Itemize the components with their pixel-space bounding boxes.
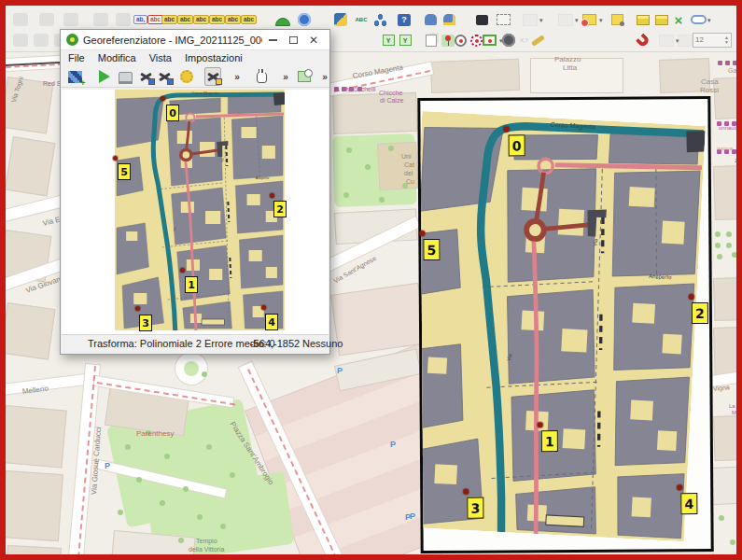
new-map-view-button[interactable] [475, 12, 488, 27]
gcp-dot-2[interactable] [270, 193, 274, 198]
gcp-dot-1[interactable] [538, 422, 543, 427]
new-3d-view-button[interactable] [655, 12, 668, 27]
metasearch-button[interactable] [275, 12, 290, 27]
add-point-button[interactable] [204, 67, 221, 86]
label-blue-button[interactable]: ab, [133, 12, 147, 27]
label-button-6[interactable]: abc [241, 12, 257, 27]
gcp-dot-4[interactable] [677, 484, 682, 490]
label-button-1[interactable]: abc [161, 12, 177, 27]
web-map-button[interactable] [502, 33, 515, 48]
transformation-settings-button[interactable] [178, 67, 195, 86]
dropdown-arrow-icon[interactable]: ▾ [539, 17, 543, 24]
gcp-dot-4[interactable] [261, 305, 266, 310]
maximize-button[interactable] [283, 33, 303, 48]
edit-tool-button-1[interactable] [13, 33, 28, 48]
select-region-button[interactable] [497, 12, 511, 27]
menu-item-vista[interactable]: Vista [149, 52, 172, 63]
shop-icon [733, 61, 737, 65]
gcp-label-3[interactable]: 3 [139, 315, 152, 331]
vertex-tool-button[interactable] [659, 33, 674, 48]
gcp-label-3[interactable]: 3 [467, 497, 483, 519]
gcp-dot-3[interactable] [463, 489, 469, 495]
copy-features-button[interactable] [425, 33, 438, 48]
zoom-to-layer-button[interactable] [296, 67, 313, 86]
new-3d-map-button[interactable] [637, 12, 650, 27]
new-project-button[interactable] [13, 12, 28, 27]
gcp-dot-2[interactable] [689, 294, 694, 300]
label-button-5[interactable]: abc [225, 12, 241, 27]
generate-gdal-script-button[interactable] [117, 67, 133, 86]
snapping-magnet-button[interactable] [637, 33, 650, 48]
gcp-label-5[interactable]: 5 [423, 239, 440, 260]
label-button-4[interactable]: abc [209, 12, 225, 27]
pan-tool-button[interactable] [253, 67, 270, 86]
gcp-dot-5[interactable] [419, 231, 425, 236]
touch-zoom-button[interactable] [442, 12, 455, 27]
spin-arrows-icon[interactable]: ▲▼ [724, 35, 729, 45]
redo-button[interactable] [63, 12, 78, 27]
gcp-dot-0[interactable] [504, 126, 510, 132]
gcp-label-4[interactable]: 4 [265, 314, 278, 330]
gcp-dot-5[interactable] [113, 156, 118, 161]
georeferencer-canvas[interactable]: 052134 [62, 90, 329, 335]
load-gcp-points-button[interactable] [137, 67, 154, 86]
layout-manager-button[interactable] [116, 12, 131, 27]
gcp-label-1[interactable]: 1 [541, 430, 558, 452]
menu-item-modifica[interactable]: Modifica [98, 52, 136, 63]
dropdown-arrow-icon[interactable]: ▾ [707, 17, 711, 24]
digitize-button-1[interactable]: Y [382, 33, 395, 48]
gcp-dot-0[interactable] [161, 96, 165, 101]
cloud-button[interactable] [691, 12, 707, 27]
start-georeferencing-button[interactable] [96, 67, 113, 86]
new-temp-layer-button[interactable] [610, 12, 623, 27]
python-console-button[interactable] [334, 12, 347, 27]
edit-tool-button-2[interactable] [34, 33, 49, 48]
titlebar[interactable]: Georeferenziatore - IMG_20211125_0002.jp… [61, 30, 329, 50]
menu-item-file[interactable]: File [68, 52, 85, 63]
save-gcp-points-button[interactable] [156, 67, 173, 86]
menu-item-impostazioni[interactable]: Impostazioni [185, 52, 243, 63]
zoom-native-button[interactable] [469, 33, 483, 48]
tracing-button[interactable] [678, 33, 693, 48]
open-raster-button[interactable] [66, 67, 83, 86]
gcp-label-2[interactable]: 2 [273, 201, 287, 217]
gcp-label-0[interactable]: 0 [166, 105, 179, 121]
web-button[interactable] [298, 12, 311, 27]
overflow-zoom-button[interactable]: » [316, 67, 333, 86]
label-button-3[interactable]: abc [193, 12, 209, 27]
scale-spinbox[interactable]: 12▲▼ [693, 33, 732, 48]
spellcheck-button[interactable]: ABC [355, 12, 368, 27]
undo-button[interactable] [39, 12, 54, 27]
gcp-label-4[interactable]: 4 [680, 493, 697, 514]
layer-ghost-button-2[interactable] [558, 12, 573, 27]
help-button[interactable]: ? [398, 12, 411, 27]
overflow-edit-button[interactable]: » [229, 67, 245, 86]
move-xy-button[interactable]: X,Y [518, 33, 531, 48]
minimize-button[interactable] [262, 33, 283, 48]
tree-icon [197, 514, 203, 520]
layer-ghost-button-1[interactable] [523, 12, 538, 27]
gcp-dot-1[interactable] [180, 268, 185, 273]
touch-pan-button[interactable] [424, 12, 437, 27]
gcp-dot-3[interactable] [135, 306, 140, 311]
options-wrench-button[interactable] [531, 33, 545, 48]
dropdown-arrow-icon[interactable]: ▾ [599, 17, 603, 24]
pin-labels-button[interactable] [441, 33, 455, 48]
label-button-2[interactable]: abc [177, 12, 193, 27]
new-layer-button[interactable] [582, 12, 596, 27]
close-button[interactable]: ✕ [303, 33, 324, 48]
overflow-view-button[interactable]: » [277, 67, 294, 86]
dropdown-arrow-icon[interactable]: ▾ [575, 17, 579, 24]
gcp-label-0[interactable]: 0 [509, 134, 525, 156]
digitize-button-2[interactable]: Y [399, 33, 412, 48]
topology-button[interactable] [373, 12, 387, 27]
scale-spinbox-field[interactable]: 12▲▼ [693, 33, 732, 48]
zoom-in-red-button[interactable] [454, 33, 467, 48]
style-manager-button[interactable] [93, 12, 108, 27]
gcp-label-1[interactable]: 1 [185, 276, 198, 293]
set-extent-button[interactable] [483, 33, 497, 48]
processing-toolbox-button[interactable]: × [672, 12, 685, 27]
gcp-label-5[interactable]: 5 [118, 163, 131, 180]
gcp-label-2[interactable]: 2 [692, 302, 708, 324]
spin-down-icon[interactable]: ▼ [724, 40, 729, 45]
